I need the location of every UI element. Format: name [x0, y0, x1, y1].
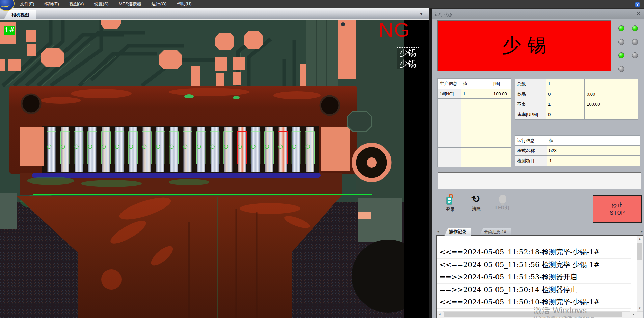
solder-pin	[129, 127, 137, 172]
solder-pin	[251, 127, 260, 172]
solder-pin	[48, 127, 56, 172]
table-cell: 速率[UPM]	[515, 109, 546, 120]
log-entry[interactable]: ==>>2024-05-05_11:50:14-检测器停止	[437, 284, 631, 296]
tab-camera-view[interactable]: 相机视图	[4, 10, 36, 19]
table-cell	[438, 128, 461, 138]
chevron-down-icon[interactable]: ▼	[417, 10, 426, 18]
log-entry[interactable]: <<==2024-05-05_11:52:18-检测完毕-少锡-1#	[437, 246, 631, 259]
solder-pin	[292, 127, 300, 172]
solder-pin	[184, 127, 192, 172]
badge-icon	[445, 194, 456, 205]
table-row	[438, 128, 511, 138]
tab-scroll-left-icon[interactable]: ◄	[436, 229, 441, 234]
table-row: 总数1	[515, 79, 638, 89]
login-button[interactable]: 登录	[439, 194, 461, 215]
table-cell	[461, 118, 491, 128]
menu-item[interactable]: 帮助(H)	[172, 1, 197, 7]
stats-table: 总数1良品00.00不良1100.00速率[UPM]0	[515, 79, 638, 120]
status-light-on	[632, 25, 638, 31]
table-row	[438, 108, 511, 118]
vertical-scroll-thumb[interactable]	[637, 243, 642, 260]
clear-button[interactable]: ↻ 清除	[465, 194, 487, 215]
tab-scroll-right-icon[interactable]: ►	[639, 229, 644, 234]
table-row: 运行信息值	[515, 136, 640, 146]
panel-divider	[429, 8, 432, 318]
table-cell	[491, 138, 511, 148]
table-row	[438, 157, 511, 167]
table-cell	[461, 138, 491, 148]
table-cell	[461, 128, 491, 138]
menu-item[interactable]: 编辑(E)	[39, 1, 64, 7]
menu-item[interactable]: 运行(O)	[146, 1, 172, 7]
table-cell: 1	[547, 156, 640, 166]
solder-pin	[211, 127, 219, 172]
log-entry[interactable]: ==>>2024-05-05_11:51:53-检测器开启	[437, 271, 631, 284]
table-row: 速率[UPM]0	[515, 109, 638, 120]
menu-item[interactable]: 文件(F)	[15, 1, 39, 7]
table-cell	[585, 79, 638, 89]
run-info-table: 运行信息值程式名称523检测项目1	[515, 135, 640, 166]
panel-header: 运行状态 ✕	[432, 9, 644, 19]
refresh-icon: ↻	[470, 192, 482, 206]
column-header: [%]	[491, 79, 511, 89]
table-cell: 良品	[515, 89, 546, 99]
stop-button[interactable]: 停止 STOP	[593, 195, 642, 223]
table-row: 生产信息值[%]	[438, 79, 511, 89]
table-cell	[438, 118, 461, 128]
status-light-off	[618, 39, 624, 45]
table-cell: 1	[461, 89, 491, 99]
stop-label-cn: 停止	[612, 201, 623, 209]
tab-category-summary[interactable]: 分类汇总-1#	[479, 228, 511, 236]
table-cell: 程式名称	[515, 146, 547, 156]
menu-item[interactable]: 设置(S)	[89, 1, 113, 7]
table-cell	[438, 138, 461, 148]
message-box	[438, 172, 641, 189]
menu-item[interactable]: 视图(V)	[64, 1, 89, 7]
camera-viewport: 1# NG 少锡 少锡	[0, 19, 429, 318]
table-cell: 0	[546, 89, 585, 99]
log-tab-bar: ◄ 操作记录 分类汇总-1# ►	[436, 227, 644, 236]
help-icon[interactable]: ?	[635, 2, 640, 7]
scroll-right-icon[interactable]: ►	[630, 311, 637, 317]
run-status-panel: 运行状态 ✕ 少锡 生产信息值[%]1#[NG]1100.00 总数1良品00.…	[432, 9, 644, 318]
table-cell: 523	[547, 146, 640, 156]
status-lights-right	[632, 25, 638, 58]
table-cell	[491, 108, 511, 118]
table-row: 良品00.00	[515, 89, 638, 99]
solder-pin	[170, 127, 178, 172]
solder-pin	[197, 127, 205, 172]
tab-operation-log[interactable]: 操作记录	[444, 228, 471, 236]
menu-item[interactable]: MES连接器	[114, 1, 146, 7]
table-cell	[461, 108, 491, 118]
led-light-button[interactable]: LED 灯	[492, 194, 513, 215]
table-cell	[438, 148, 461, 157]
table-row: 检测项目1	[515, 156, 640, 166]
defect-banner-text: 少锡	[496, 33, 552, 58]
table-cell: 0.00	[585, 89, 638, 99]
column-header: 运行信息	[515, 136, 547, 146]
table-row: 1#[NG]1100.00	[438, 89, 511, 99]
status-light-on	[618, 52, 624, 58]
table-row	[438, 148, 511, 157]
table-cell	[585, 109, 638, 120]
scroll-down-icon[interactable]: ▼	[637, 305, 643, 311]
table-cell	[438, 157, 461, 167]
windows-activation-watermark-sub: 转到"设置"以激活 Windows	[533, 315, 594, 318]
horizontal-scroll-thumb[interactable]	[444, 312, 622, 317]
solder-pin	[279, 127, 287, 172]
solder-pin	[156, 127, 164, 172]
close-icon[interactable]: ✕	[635, 11, 641, 17]
status-light-on	[618, 25, 624, 31]
solder-pin	[265, 127, 273, 172]
log-entry[interactable]: <<==2024-05-05_11:51:56-检测完毕-少锡-1#	[437, 259, 631, 271]
menu-bar: 文件(F)编辑(E)视图(V)设置(S)MES连接器运行(O)帮助(H) ?	[0, 0, 644, 8]
table-row	[438, 138, 511, 148]
scroll-left-icon[interactable]: ◄	[437, 311, 443, 317]
scroll-up-icon[interactable]: ▲	[637, 236, 643, 242]
aoi-inspection-app: 文件(F)编辑(E)视图(V)设置(S)MES连接器运行(O)帮助(H) ? 相…	[0, 0, 644, 318]
table-cell	[491, 99, 511, 108]
defect-banner: 少锡	[437, 20, 611, 71]
table-cell: 检测项目	[515, 156, 547, 166]
table-cell: 1	[546, 99, 585, 109]
solder-pin	[306, 127, 314, 172]
